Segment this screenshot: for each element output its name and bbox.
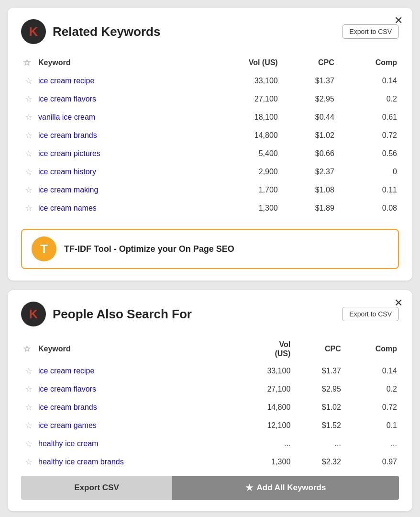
add-all-keywords-button[interactable]: ★ Add All Keywords [172,476,399,500]
comp-cell: 0.72 [343,398,399,416]
keyword-link[interactable]: ice cream names [38,204,97,212]
card1-col-star: ☆ [21,54,36,72]
star-icon[interactable]: ☆ [25,366,33,376]
keyword-link[interactable]: ice cream flavors [38,385,96,393]
star-icon[interactable]: ☆ [25,384,33,394]
card1-logo: K [21,19,46,44]
vol-cell: 2,900 [199,163,280,181]
star-cell[interactable]: ☆ [21,380,36,398]
export-csv-button[interactable]: Export CSV [21,476,172,500]
keyword-cell[interactable]: ice cream recipe [36,362,232,380]
table-row: ☆ vanilla ice cream 18,100 $0.44 0.61 [21,108,399,126]
cpc-cell: $2.37 [280,163,336,181]
keyword-link[interactable]: ice cream recipe [38,367,94,375]
star-icon[interactable]: ☆ [25,112,33,122]
cpc-cell: $0.66 [280,145,336,163]
star-icon[interactable]: ☆ [25,131,33,140]
tf-banner-text: TF-IDF Tool - Optimize your On Page SEO [64,244,234,254]
star-cell[interactable]: ☆ [21,362,36,380]
add-all-label: Add All Keywords [257,483,326,493]
star-cell[interactable]: ☆ [21,90,36,108]
keyword-cell[interactable]: ice cream making [36,181,199,199]
keyword-link[interactable]: vanilla ice cream [38,113,95,121]
star-icon[interactable]: ☆ [25,185,33,195]
keyword-cell[interactable]: healthy ice cream [36,435,232,453]
star-icon[interactable]: ☆ [25,203,33,213]
related-keywords-card: K Related Keywords Export to CSV ✕ ☆ Key… [8,8,412,281]
card2-col-comp: Comp [343,336,399,362]
keyword-cell[interactable]: healthy ice cream brands [36,453,232,471]
keyword-link[interactable]: ice cream brands [38,403,97,411]
table-row: ☆ ice cream recipe 33,100 $1.37 0.14 [21,72,399,90]
keyword-cell[interactable]: ice cream brands [36,126,199,145]
star-cell[interactable]: ☆ [21,108,36,126]
keyword-cell[interactable]: ice cream pictures [36,145,199,163]
keyword-link[interactable]: ice cream pictures [38,149,100,157]
keyword-link[interactable]: ice cream games [38,421,97,429]
cpc-cell: $1.89 [280,199,336,217]
star-cell[interactable]: ☆ [21,163,36,181]
comp-cell: 0.72 [336,126,399,145]
comp-cell: 0.08 [336,199,399,217]
keyword-cell[interactable]: ice cream games [36,416,232,435]
star-icon[interactable]: ☆ [25,76,33,86]
keyword-link[interactable]: healthy ice cream brands [38,458,124,466]
vol-cell: 1,300 [232,453,292,471]
comp-cell: 0.1 [343,416,399,435]
table-row: ☆ ice cream flavors 27,100 $2.95 0.2 [21,380,399,398]
star-cell[interactable]: ☆ [21,416,36,435]
star-cell[interactable]: ☆ [21,126,36,145]
card2-header-left: K People Also Search For [21,302,192,326]
table-row: ☆ ice cream pictures 5,400 $0.66 0.56 [21,145,399,163]
star-cell[interactable]: ☆ [21,199,36,217]
star-cell[interactable]: ☆ [21,453,36,471]
card1-table-header-row: ☆ Keyword Vol (US) CPC Comp [21,54,399,72]
card2-export-button[interactable]: Export to CSV [342,307,399,321]
card2-close-button[interactable]: ✕ [394,298,403,308]
keyword-link[interactable]: ice cream brands [38,131,97,139]
card2-header: K People Also Search For Export to CSV [21,302,399,326]
keyword-cell[interactable]: ice cream recipe [36,72,199,90]
star-icon[interactable]: ☆ [25,149,33,158]
comp-cell: 0.14 [343,362,399,380]
card1-close-button[interactable]: ✕ [394,15,403,26]
vol-cell: 5,400 [199,145,280,163]
star-cell[interactable]: ☆ [21,145,36,163]
keyword-cell[interactable]: ice cream brands [36,398,232,416]
star-icon[interactable]: ☆ [25,403,33,412]
star-cell[interactable]: ☆ [21,435,36,453]
keyword-link[interactable]: healthy ice cream [38,439,98,448]
tf-idf-banner[interactable]: T TF-IDF Tool - Optimize your On Page SE… [21,229,399,269]
star-icon[interactable]: ☆ [25,421,33,430]
star-icon[interactable]: ☆ [25,167,33,177]
star-cell[interactable]: ☆ [21,398,36,416]
card1-header-left: K Related Keywords [21,19,160,44]
cpc-cell: $1.37 [292,362,343,380]
keyword-cell[interactable]: ice cream flavors [36,380,232,398]
vol-cell: 14,800 [199,126,280,145]
star-icon[interactable]: ☆ [25,457,33,467]
star-icon[interactable]: ☆ [25,94,33,104]
card1-table: ☆ Keyword Vol (US) CPC Comp ☆ ice cream … [21,54,399,217]
star-cell[interactable]: ☆ [21,181,36,199]
keyword-cell[interactable]: ice cream history [36,163,199,181]
star-icon[interactable]: ☆ [25,439,33,449]
card2-col-cpc: CPC [292,336,343,362]
star-cell[interactable]: ☆ [21,72,36,90]
keyword-cell[interactable]: ice cream flavors [36,90,199,108]
keyword-link[interactable]: ice cream flavors [38,95,96,103]
table-row: ☆ ice cream brands 14,800 $1.02 0.72 [21,398,399,416]
keyword-link[interactable]: ice cream history [38,168,96,176]
card2-title: People Also Search For [53,307,192,322]
card2-logo: K [21,302,46,326]
cpc-cell: $1.02 [280,126,336,145]
keyword-cell[interactable]: vanilla ice cream [36,108,199,126]
keyword-cell[interactable]: ice cream names [36,199,199,217]
cpc-cell: $2.95 [280,90,336,108]
keyword-link[interactable]: ice cream recipe [38,77,94,85]
keyword-link[interactable]: ice cream making [38,186,98,194]
comp-cell: ... [343,435,399,453]
vol-cell: ... [232,435,292,453]
card1-export-button[interactable]: Export to CSV [342,24,399,39]
cpc-cell: $0.44 [280,108,336,126]
